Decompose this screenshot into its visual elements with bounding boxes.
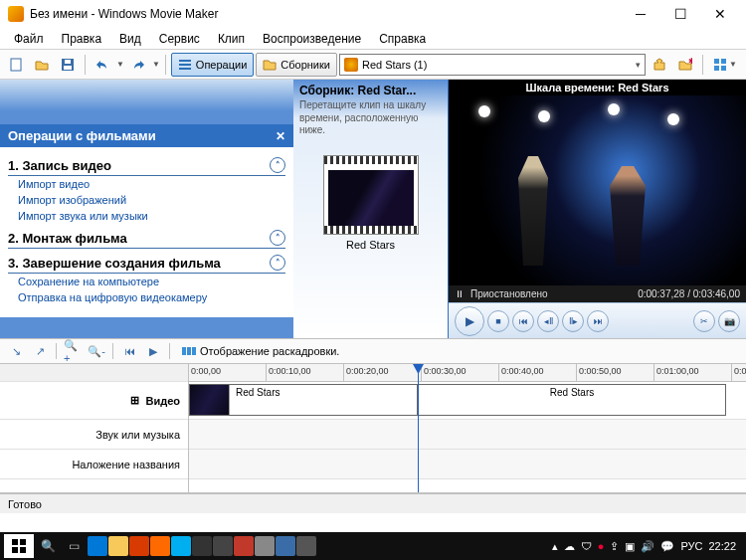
- timeline-set-end[interactable]: ↗: [30, 341, 50, 361]
- taskbar-app[interactable]: [296, 536, 316, 556]
- clip-item[interactable]: Red Stars: [323, 155, 419, 251]
- timeline-clip[interactable]: Red Stars: [418, 384, 726, 416]
- storyboard-toggle[interactable]: Отображение раскадровки.: [182, 345, 339, 357]
- task-section-capture[interactable]: 1. Запись видео ˄: [8, 157, 285, 176]
- taskbar-app[interactable]: [276, 536, 295, 556]
- title-track[interactable]: [189, 450, 746, 479]
- new-project-button[interactable]: [4, 53, 28, 77]
- taskbar-app[interactable]: [129, 536, 149, 556]
- start-button[interactable]: [4, 534, 34, 558]
- language-indicator[interactable]: РУС: [680, 540, 702, 552]
- redo-button[interactable]: [126, 53, 150, 77]
- svg-rect-0: [11, 59, 21, 71]
- view-options-button[interactable]: ▼: [708, 53, 742, 77]
- tasks-panel-close[interactable]: ✕: [276, 129, 285, 143]
- tray-icon[interactable]: 🛡: [581, 540, 592, 552]
- taskbar-app[interactable]: [192, 536, 212, 556]
- menu-play[interactable]: Воспроизведение: [255, 30, 369, 48]
- clip-thumb-icon: [190, 385, 230, 415]
- maximize-button[interactable]: ☐: [662, 2, 698, 26]
- menu-edit[interactable]: Правка: [54, 30, 110, 48]
- timeline-clip[interactable]: Red Stars: [189, 384, 418, 416]
- zoom-in-button[interactable]: 🔍+: [63, 341, 83, 361]
- volume-icon[interactable]: 🔊: [641, 540, 654, 553]
- taskbar-app[interactable]: [108, 536, 128, 556]
- tray-icon[interactable]: ●: [598, 540, 605, 552]
- next-clip-button[interactable]: ⏭: [587, 310, 609, 332]
- svg-rect-9: [721, 59, 726, 64]
- task-link-import-pictures[interactable]: Импорт изображений: [8, 192, 285, 208]
- tray-icon[interactable]: ⇪: [610, 540, 619, 553]
- new-folder-button[interactable]: ✱: [673, 53, 697, 77]
- undo-button[interactable]: [91, 53, 114, 77]
- zoom-out-button[interactable]: 🔍-: [87, 341, 106, 361]
- taskbar-app[interactable]: [150, 536, 170, 556]
- minimize-button[interactable]: ─: [623, 2, 658, 26]
- tray-icon[interactable]: ▣: [625, 540, 635, 553]
- timeline-tracks[interactable]: 0:00,00 0:00:10,00 0:00:20,00 0:00:30,00…: [189, 364, 746, 492]
- task-link-send-dv[interactable]: Отправка на цифровую видеокамеру: [8, 289, 285, 305]
- taskbar-app[interactable]: [88, 536, 107, 556]
- task-section-edit[interactable]: 2. Монтаж фильма ˄: [8, 230, 285, 249]
- status-text: Готово: [8, 498, 42, 510]
- task-view-icon[interactable]: ▭: [62, 534, 86, 558]
- snapshot-button[interactable]: 📷: [718, 310, 740, 332]
- tray-icon[interactable]: ☁: [564, 540, 575, 553]
- timeline-ruler[interactable]: 0:00,00 0:00:10,00 0:00:20,00 0:00:30,00…: [189, 364, 746, 382]
- close-button[interactable]: ✕: [702, 2, 738, 26]
- clip-thumbnail: [323, 155, 419, 235]
- play-button[interactable]: ▶: [455, 306, 484, 336]
- window-title: Без имени - Windows Movie Maker: [30, 7, 623, 21]
- menu-view[interactable]: Вид: [111, 30, 149, 48]
- taskbar-app[interactable]: [213, 536, 233, 556]
- search-icon[interactable]: 🔍: [36, 534, 60, 558]
- tasks-toggle-button[interactable]: Операции: [171, 53, 254, 77]
- video-track[interactable]: Red Stars Red Stars: [189, 382, 746, 420]
- task-link-import-video[interactable]: Импорт видео: [8, 176, 285, 192]
- taskbar-app[interactable]: [171, 536, 191, 556]
- taskbar-app[interactable]: [255, 536, 275, 556]
- menu-clip[interactable]: Клип: [210, 30, 253, 48]
- menu-tools[interactable]: Сервис: [151, 30, 208, 48]
- play-timeline-button[interactable]: ▶: [143, 341, 163, 361]
- task-link-import-audio[interactable]: Импорт звука или музыки: [8, 208, 285, 224]
- collection-combo-value: Red Stars (1): [362, 59, 427, 71]
- preview-monitor[interactable]: [449, 95, 746, 285]
- audio-track[interactable]: [189, 420, 746, 450]
- menu-file[interactable]: Файл: [6, 30, 52, 48]
- timeline-toolbar: ↘ ↗ 🔍+ 🔍- ⏮ ▶ Отображение раскадровки.: [0, 338, 746, 364]
- expand-video-track[interactable]: ⊞: [130, 394, 139, 407]
- storyboard-toggle-label: Отображение раскадровки.: [200, 345, 339, 357]
- split-button[interactable]: ✂: [693, 310, 715, 332]
- rewind-button[interactable]: ⏮: [119, 341, 139, 361]
- save-button[interactable]: [56, 53, 80, 77]
- clock[interactable]: 22:22: [708, 540, 736, 552]
- task-link-save-computer[interactable]: Сохранение на компьютере: [8, 274, 285, 289]
- notifications-icon[interactable]: 💬: [660, 540, 674, 553]
- svg-rect-11: [721, 66, 726, 71]
- playhead[interactable]: [418, 364, 419, 492]
- task-section-finish[interactable]: 3. Завершение создания фильма ˄: [8, 255, 285, 274]
- svg-rect-18: [20, 547, 26, 553]
- collection-combo[interactable]: Red Stars (1) ▾: [339, 54, 646, 76]
- chevron-up-icon: ˄: [270, 157, 285, 173]
- step-fwd-button[interactable]: Ⅱ▸: [562, 310, 584, 332]
- tasks-panel: Операции с фильмами ✕ 1. Запись видео ˄ …: [0, 80, 293, 338]
- toolbar: ▼ ▼ Операции Сборники Red Stars (1) ▾ ✱ …: [0, 50, 746, 80]
- taskbar-app[interactable]: [234, 536, 254, 556]
- timeline-set-start[interactable]: ↘: [6, 341, 26, 361]
- preview-title: Шкала времени: Red Stars: [449, 80, 746, 95]
- menu-help[interactable]: Справка: [371, 30, 434, 48]
- up-level-button[interactable]: [648, 53, 671, 77]
- timeline: ⊞ Видео Звук или музыка Наложение назван…: [0, 364, 746, 493]
- preview-status-bar: ⏸ Приостановлено 0:00:37,28 / 0:03:46,00: [449, 285, 746, 302]
- tray-icon[interactable]: ▴: [552, 540, 558, 553]
- system-tray[interactable]: ▴ ☁ 🛡 ● ⇪ ▣ 🔊 💬 РУС 22:22: [552, 540, 742, 553]
- step-back-button[interactable]: ◂Ⅱ: [537, 310, 559, 332]
- open-button[interactable]: [30, 53, 54, 77]
- collections-toggle-button[interactable]: Сборники: [256, 53, 337, 77]
- chevron-up-icon: ˄: [270, 255, 285, 271]
- chevron-up-icon: ˄: [270, 230, 285, 246]
- stop-button[interactable]: ■: [487, 310, 509, 332]
- prev-clip-button[interactable]: ⏮: [512, 310, 534, 332]
